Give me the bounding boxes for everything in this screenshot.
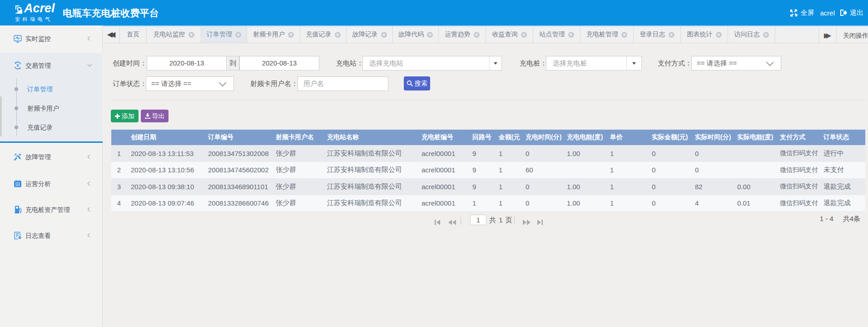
svg-text:¥: ¥ [16, 63, 19, 68]
